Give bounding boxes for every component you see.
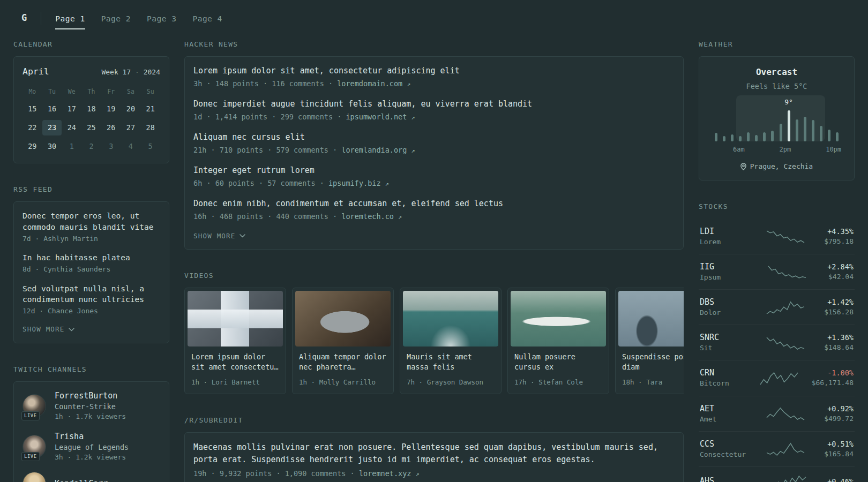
hn-item-title[interactable]: Integer eget rutrum lorem — [193, 165, 675, 176]
calendar-dow: We — [62, 85, 81, 98]
video-card[interactable]: Suspendisse posuere diam 18h · Tara — [615, 288, 684, 394]
twitch-channel[interactable]: LIVE Trisha League of Legends 3h · 1.2k … — [23, 431, 160, 462]
weather-location: Prague, Czechia — [707, 162, 847, 171]
video-meta: 1h · Molly Carrillo — [295, 378, 391, 391]
video-card[interactable]: Lorem ipsum dolor sit amet consectetu… 1… — [184, 288, 286, 394]
stock-id: SNRC Sit — [700, 332, 747, 353]
calendar-day: 21 — [140, 101, 160, 117]
twitch-channel-name[interactable]: ForrestBurton — [55, 390, 126, 402]
weather-location-text: Prague, Czechia — [750, 162, 813, 171]
rss-show-more-button[interactable]: SHOW MORE — [23, 325, 160, 334]
calendar-day-next-month: 5 — [140, 139, 160, 154]
video-card[interactable]: Aliquam tempor dolor nec pharetra… 1h · … — [292, 288, 394, 394]
video-thumbnail[interactable] — [188, 291, 283, 347]
hn-item-domain-link[interactable]: loremdomain.com ↗ — [337, 79, 410, 88]
stock-ticker[interactable]: AHS — [700, 476, 747, 482]
weather-condition: Overcast — [707, 66, 847, 78]
hn-item-title[interactable]: Donec enim nibh, condimentum et accumsan… — [193, 198, 675, 209]
rss-item-title[interactable]: Sed volutpat nulla nisl, a condimentum n… — [23, 283, 160, 305]
stock-row[interactable]: DBS Dolor +1.42% $156.28 — [699, 289, 855, 325]
live-badge: LIVE — [21, 411, 40, 420]
calendar-grid: Mo Tu We Th Fr Sa Su 15 16 17 18 19 20 2… — [23, 85, 160, 154]
video-card[interactable]: Mauris sit amet massa felis 7h · Grayson… — [400, 288, 502, 394]
video-title[interactable]: Aliquam tempor dolor nec pharetra… — [295, 352, 391, 373]
hacker-news-card: Lorem ipsum dolor sit amet, consectetur … — [184, 56, 684, 250]
nav-divider — [41, 12, 41, 25]
weather-time-label — [745, 145, 752, 154]
hn-item-domain-link[interactable]: loremlandia.org ↗ — [341, 146, 415, 154]
tab-page-1[interactable]: Page 1 — [55, 7, 85, 29]
stock-ticker[interactable]: LDI — [700, 226, 747, 237]
subreddit-post-domain-link[interactable]: loremnet.xyz ↗ — [359, 469, 420, 478]
chevron-down-icon — [240, 234, 245, 238]
tab-page-3[interactable]: Page 3 — [147, 7, 176, 29]
video-title[interactable]: Suspendisse posuere diam — [618, 352, 684, 373]
tab-page-2[interactable]: Page 2 — [101, 7, 131, 29]
video-title[interactable]: Lorem ipsum dolor sit amet consectetu… — [188, 352, 283, 373]
stock-ticker[interactable]: IIG — [700, 261, 747, 273]
calendar-day: 19 — [101, 101, 121, 117]
calendar-dow: Tu — [42, 85, 62, 98]
stock-change: +1.36% — [824, 333, 854, 343]
hn-item-meta-text: 3h · 148 points · 116 comments · — [193, 79, 333, 88]
hn-item-title[interactable]: Lorem ipsum dolor sit amet, consectetur … — [193, 65, 675, 77]
stock-row[interactable]: AET Amet +0.92% $499.72 — [699, 396, 855, 431]
weather-time-label — [819, 145, 826, 154]
stock-row[interactable]: IIG Ipsum +2.84% $42.04 — [699, 254, 855, 289]
calendar-dow: Su — [140, 85, 160, 98]
stock-ticker[interactable]: AET — [700, 403, 747, 415]
tab-page-4[interactable]: Page 4 — [192, 7, 222, 29]
weather-time-label — [766, 145, 773, 154]
video-thumbnail[interactable] — [618, 291, 684, 347]
hn-item-title[interactable]: Donec imperdiet augue tincidunt felis al… — [193, 99, 675, 110]
stock-ticker[interactable]: CRN — [700, 367, 747, 379]
show-more-label: SHOW MORE — [23, 325, 65, 334]
stock-price: $66,171.48 — [812, 378, 854, 388]
hn-item-domain-link[interactable]: ipsumworld.net ↗ — [346, 112, 415, 121]
subreddit-post-title[interactable]: Maecenas mollis pulvinar erat non posuer… — [193, 441, 675, 465]
hn-item-domain-link[interactable]: loremtech.co ↗ — [341, 212, 402, 221]
video-thumbnail[interactable] — [403, 291, 498, 347]
twitch-channel-game: Counter-Strike — [55, 402, 126, 412]
hn-item-title[interactable]: Aliquam nec cursus elit — [193, 132, 675, 143]
calendar-day: 16 — [42, 101, 62, 117]
video-card[interactable]: Nullam posuere cursus ex 17h · Stefan Co… — [507, 288, 609, 394]
video-thumbnail[interactable] — [511, 291, 606, 347]
rss-item-title[interactable]: Donec tempor eros leo, ut commodo mauris… — [23, 210, 160, 232]
rss-item[interactable]: Sed volutpat nulla nisl, a condimentum n… — [23, 283, 160, 317]
calendar-dow: Sa — [121, 85, 141, 98]
hn-item-domain-link[interactable]: ipsumify.biz ↗ — [328, 179, 389, 187]
twitch-channel[interactable]: KendallCarr — [23, 472, 160, 482]
weather-time-label: 6am — [733, 145, 745, 154]
weather-current-temp: 9° — [784, 97, 793, 107]
stock-row[interactable]: AHS +0.46% — [699, 466, 855, 482]
rss-item-title[interactable]: In hac habitasse platea — [23, 252, 160, 263]
stock-sparkline — [747, 300, 824, 315]
stock-ticker[interactable]: CCS — [700, 439, 747, 450]
video-meta: 7h · Grayson Dawson — [403, 378, 498, 391]
stocks-widget: STOCKS LDI Lorem +4.35% $795.18 — [699, 202, 855, 482]
video-thumbnail[interactable] — [295, 291, 391, 347]
twitch-channel-name[interactable]: Trisha — [55, 431, 129, 442]
hn-show-more-button[interactable]: SHOW MORE — [193, 231, 675, 241]
subreddit-post: Maecenas mollis pulvinar erat non posuer… — [193, 441, 675, 479]
twitch-channel[interactable]: LIVE ForrestBurton Counter-Strike 1h · 1… — [23, 390, 160, 421]
video-title[interactable]: Mauris sit amet massa felis — [403, 352, 498, 373]
video-title[interactable]: Nullam posuere cursus ex — [511, 352, 606, 373]
weather-time-label: 10pm — [826, 145, 841, 154]
stock-ticker[interactable]: SNRC — [700, 332, 747, 343]
stock-row[interactable]: CCS Consectetur +0.51% $165.84 — [699, 431, 855, 466]
weather-time-label: 2pm — [780, 145, 791, 154]
twitch-channel-name[interactable]: KendallCarr — [55, 478, 108, 482]
twitch-channel-game: League of Legends — [55, 442, 129, 453]
rss-item[interactable]: Donec tempor eros leo, ut commodo mauris… — [23, 210, 160, 244]
stock-row[interactable]: LDI Lorem +4.35% $795.18 — [699, 219, 855, 254]
weather-bar-current: 9° — [785, 110, 793, 141]
show-more-label: SHOW MORE — [193, 231, 236, 241]
stock-row[interactable]: SNRC Sit +1.36% $148.64 — [699, 325, 855, 360]
stock-row[interactable]: CRN Bitcorn -1.00% $66,171.48 — [699, 360, 855, 395]
calendar-day: 25 — [81, 120, 101, 135]
weather-bar — [809, 110, 817, 141]
rss-item[interactable]: In hac habitasse platea 8d · Cynthia Sau… — [23, 252, 160, 274]
stock-ticker[interactable]: DBS — [700, 297, 747, 308]
